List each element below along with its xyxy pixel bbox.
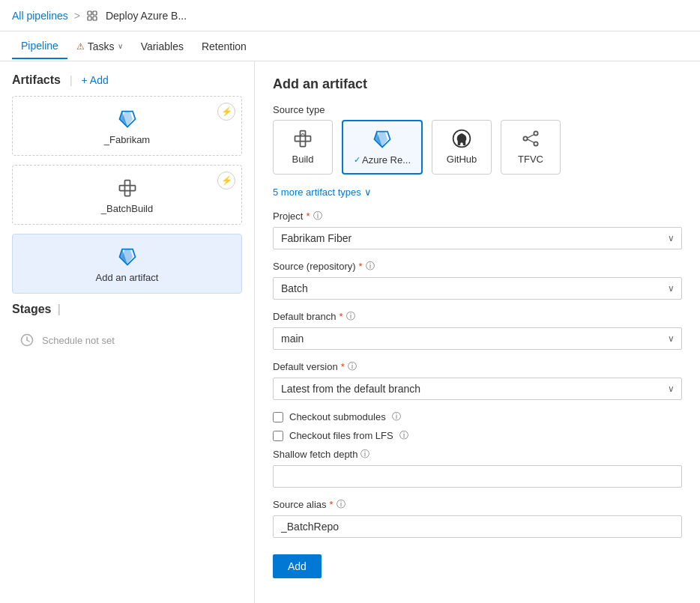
schedule-label: Schedule not set: [42, 335, 115, 346]
svg-rect-7: [124, 180, 130, 185]
github-source-label: GitHub: [447, 154, 477, 165]
github-source-icon: [451, 128, 472, 149]
svg-line-18: [27, 340, 29, 342]
checkout-submodules-info-icon[interactable]: ⓘ: [392, 410, 401, 423]
tasks-chevron-icon: ∨: [118, 42, 123, 50]
source-repo-info-icon[interactable]: ⓘ: [366, 260, 375, 273]
tab-tasks[interactable]: ⚠ Tasks ∨: [67, 34, 132, 58]
artifacts-section-header: Artifacts | + Add: [12, 73, 242, 87]
checkout-lfs-row: Checkout files from LFS ⓘ: [273, 429, 682, 442]
breadcrumb-separator: >: [74, 10, 80, 22]
artifact-name-add: Add an artifact: [96, 272, 159, 283]
build-icon-batchbuild: [115, 176, 139, 200]
tab-variables[interactable]: Variables: [132, 34, 193, 58]
stages-title: Stages |: [12, 303, 242, 316]
tab-retention[interactable]: Retention: [193, 34, 256, 58]
default-version-select-wrapper: Latest from the default branch ∨: [273, 378, 682, 400]
default-branch-field-row: Default branch * ⓘ main ∨: [273, 310, 682, 350]
source-type-label: Source type: [273, 104, 682, 115]
source-repo-select[interactable]: Batch: [273, 277, 682, 300]
breadcrumb-all-pipelines[interactable]: All pipelines: [12, 10, 68, 22]
section-divider: |: [70, 74, 73, 86]
artifacts-add-button[interactable]: + Add: [82, 74, 109, 86]
tfvc-source-icon: [520, 128, 541, 149]
default-version-info-icon[interactable]: ⓘ: [348, 360, 357, 373]
left-panel: Artifacts | + Add ⚡ _Fabrikam ⚡: [0, 61, 255, 603]
source-alias-info-icon[interactable]: ⓘ: [337, 498, 346, 511]
artifacts-title: Artifacts: [12, 73, 61, 87]
lightning-btn-fabrikam[interactable]: ⚡: [217, 103, 235, 121]
breadcrumb-current: Deploy Azure B...: [106, 10, 187, 22]
right-panel: Add an artifact Source type Build: [255, 61, 700, 603]
default-branch-label: Default branch * ⓘ: [273, 310, 682, 323]
default-version-required: *: [341, 361, 345, 372]
svg-point-28: [523, 136, 527, 140]
shallow-fetch-label: Shallow fetch depth ⓘ: [273, 448, 682, 461]
warning-icon: ⚠: [76, 41, 85, 52]
source-type-tfvc[interactable]: TFVC: [501, 120, 561, 175]
azure-source-check: ✓: [354, 155, 360, 165]
svg-rect-22: [301, 142, 306, 147]
svg-line-32: [528, 139, 534, 142]
checkout-lfs-label: Checkout files from LFS: [289, 430, 393, 441]
source-alias-field-row: Source alias * ⓘ: [273, 498, 682, 538]
pipeline-icon: [86, 10, 98, 22]
schedule-item[interactable]: Schedule not set: [12, 325, 242, 355]
default-branch-select[interactable]: main: [273, 327, 682, 350]
artifact-card-add[interactable]: Add an artifact: [12, 234, 242, 294]
svg-line-31: [528, 135, 534, 138]
svg-rect-8: [130, 185, 135, 190]
svg-rect-6: [119, 185, 124, 190]
breadcrumb: All pipelines > Deploy Azure B...: [12, 10, 187, 22]
svg-point-30: [534, 142, 537, 145]
artifact-card-batchbuild: ⚡ _BatchBuild: [12, 165, 242, 225]
svg-rect-3: [93, 16, 97, 20]
project-select[interactable]: Fabrikam Fiber: [273, 227, 682, 249]
source-repo-label: Source (repository) * ⓘ: [273, 260, 682, 273]
default-version-select[interactable]: Latest from the default branch: [273, 378, 682, 400]
azure-icon-fabrikam: [115, 107, 139, 131]
svg-rect-1: [93, 11, 97, 15]
clock-icon: [18, 331, 36, 349]
default-version-label: Default version * ⓘ: [273, 360, 682, 373]
artifact-card-fabrikam: ⚡ _Fabrikam: [12, 96, 242, 156]
default-branch-required: *: [340, 311, 343, 322]
build-source-label: Build: [292, 154, 314, 165]
add-artifact-button[interactable]: Add: [273, 554, 322, 578]
stages-section: Stages |: [12, 303, 242, 316]
svg-rect-21: [306, 136, 311, 142]
shallow-fetch-field-row: Shallow fetch depth ⓘ: [273, 448, 682, 488]
main-layout: Artifacts | + Add ⚡ _Fabrikam ⚡: [0, 61, 700, 603]
svg-rect-2: [88, 16, 91, 20]
more-types-label: 5 more artifact types: [273, 187, 361, 198]
shallow-fetch-input[interactable]: [273, 465, 682, 488]
checkout-submodules-checkbox[interactable]: [273, 412, 283, 422]
artifact-name-batchbuild: _BatchBuild: [101, 203, 153, 214]
stages-divider: |: [57, 303, 60, 316]
source-repo-select-wrapper: Batch ∨: [273, 277, 682, 300]
more-artifact-types[interactable]: 5 more artifact types ∨: [273, 187, 682, 198]
source-type-github[interactable]: GitHub: [432, 120, 492, 175]
shallow-fetch-info-icon[interactable]: ⓘ: [360, 448, 369, 461]
project-info-icon[interactable]: ⓘ: [313, 210, 322, 222]
default-branch-info-icon[interactable]: ⓘ: [346, 310, 355, 323]
project-required: *: [306, 210, 310, 222]
checkout-lfs-info-icon[interactable]: ⓘ: [399, 429, 408, 442]
checkout-lfs-checkbox[interactable]: [273, 431, 283, 441]
tab-pipeline[interactable]: Pipeline: [12, 34, 67, 59]
lightning-btn-batchbuild[interactable]: ⚡: [217, 172, 235, 190]
source-type-build[interactable]: Build: [273, 120, 333, 175]
checkout-submodules-label: Checkout submodules: [289, 411, 386, 422]
source-repo-required: *: [359, 261, 363, 272]
svg-point-29: [534, 131, 537, 135]
svg-rect-19: [295, 136, 301, 142]
build-source-icon: [292, 128, 313, 149]
source-type-azure-repo[interactable]: ✓ Azure Re...: [342, 120, 423, 175]
checkout-submodules-row: Checkout submodules ⓘ: [273, 410, 682, 423]
source-alias-input[interactable]: [273, 515, 682, 538]
default-branch-select-wrapper: main ∨: [273, 327, 682, 350]
nav-bar: Pipeline ⚠ Tasks ∨ Variables Retention: [0, 31, 700, 61]
more-types-chevron: ∨: [364, 187, 372, 198]
source-types-container: Build ✓ Azure Re...: [273, 120, 682, 175]
panel-title: Add an artifact: [273, 76, 682, 92]
